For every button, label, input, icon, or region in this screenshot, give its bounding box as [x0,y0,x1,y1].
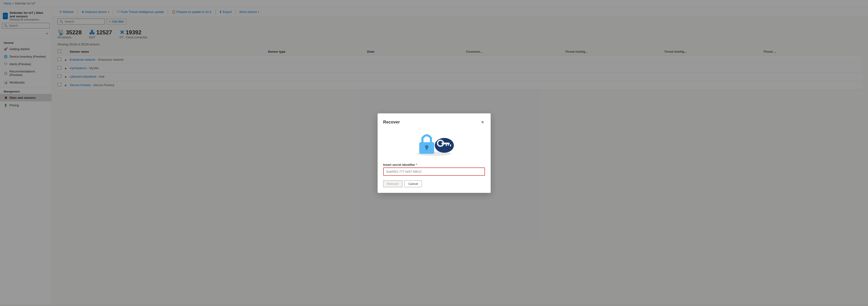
svg-rect-7 [446,144,447,146]
recover-modal: Recover ✕ [378,113,491,193]
modal-illustration [383,129,485,157]
svg-rect-3 [426,147,427,150]
modal-actions: Recover Cancel [383,180,485,187]
required-star: * [416,163,417,167]
lock-key-svg [413,129,455,157]
svg-rect-9 [450,144,451,146]
svg-rect-8 [448,144,449,145]
modal-overlay[interactable]: Recover ✕ [0,0,868,305]
secret-identifier-input[interactable] [383,167,485,176]
modal-field-label: Insert secret identifier * [383,163,485,167]
svg-rect-6 [441,142,450,144]
recover-button[interactable]: Recover [383,180,403,187]
modal-title: Recover [383,120,400,125]
modal-close-button[interactable]: ✕ [480,119,485,125]
cancel-button[interactable]: Cancel [404,180,422,187]
modal-title-row: Recover ✕ [383,119,485,125]
